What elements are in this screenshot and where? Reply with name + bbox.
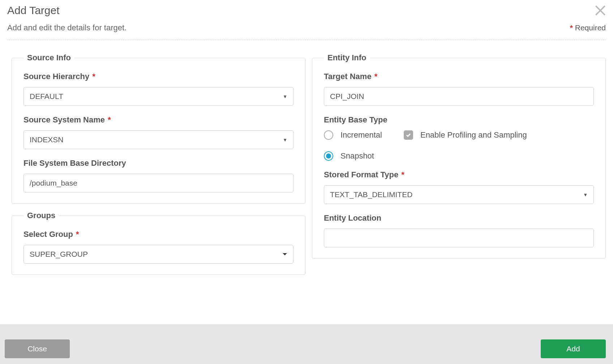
enable-profiling-label: Enable Profiling and Sampling (420, 130, 527, 140)
select-group-label: Select Group * (23, 230, 293, 239)
entity-info-fieldset: Entity Info Target Name * Entity Base Ty… (312, 53, 606, 259)
groups-fieldset: Groups Select Group * SUPER_GROUP (12, 211, 305, 275)
select-group-value: SUPER_GROUP (30, 250, 88, 259)
enable-profiling-checkbox[interactable]: Enable Profiling and Sampling (404, 130, 527, 140)
required-legend: * Required (569, 23, 606, 32)
add-button[interactable]: Add (541, 339, 606, 358)
select-group-field: Select Group * SUPER_GROUP (23, 230, 293, 264)
required-asterisk: * (401, 170, 404, 179)
close-button[interactable]: Close (5, 339, 70, 358)
select-group-select[interactable]: SUPER_GROUP (23, 245, 293, 264)
target-name-input[interactable] (324, 87, 594, 106)
chevron-down-icon: ▼ (283, 94, 287, 99)
chevron-down-icon: ▼ (283, 137, 287, 143)
base-directory-input[interactable] (23, 174, 293, 192)
required-asterisk: * (76, 230, 79, 239)
dialog-body: Source Info Source Hierarchy * DEFAULT ▼… (0, 40, 613, 275)
right-column: Entity Info Target Name * Entity Base Ty… (312, 53, 606, 275)
required-asterisk: * (108, 115, 111, 124)
source-hierarchy-select[interactable]: DEFAULT ▼ (23, 87, 293, 106)
entity-base-type-field: Entity Base Type Incremental Snapshot (324, 115, 594, 161)
incremental-radio-label: Incremental (340, 130, 382, 140)
source-system-label: Source System Name * (23, 115, 293, 125)
required-asterisk: * (374, 72, 378, 81)
target-name-field: Target Name * (324, 72, 594, 106)
radio-checked-icon (324, 151, 333, 161)
base-directory-label: File System Base Directory (23, 159, 293, 168)
dialog-footer: Close Add (0, 324, 613, 364)
groups-legend: Groups (23, 211, 59, 220)
base-type-row: Incremental Snapshot Enable Profili (324, 130, 594, 161)
source-hierarchy-value: DEFAULT (30, 92, 63, 101)
stored-format-field: Stored Format Type * TEXT_TAB_DELIMITED … (324, 170, 594, 204)
entity-location-field: Entity Location (324, 213, 594, 247)
source-hierarchy-label: Source Hierarchy * (23, 72, 293, 81)
source-system-field: Source System Name * INDEXSN ▼ (23, 115, 293, 149)
entity-info-legend: Entity Info (324, 53, 370, 62)
base-type-radios: Incremental Snapshot (324, 130, 382, 161)
snapshot-radio[interactable]: Snapshot (324, 151, 382, 161)
stored-format-label: Stored Format Type * (324, 170, 594, 179)
source-info-legend: Source Info (23, 53, 74, 62)
add-target-dialog: Add Target Add and edit the details for … (0, 0, 613, 364)
stored-format-select[interactable]: TEXT_TAB_DELIMITED ▼ (324, 185, 594, 204)
dialog-title: Add Target (7, 4, 606, 17)
chevron-down-icon: ▼ (583, 192, 588, 198)
snapshot-radio-label: Snapshot (340, 151, 374, 161)
source-info-fieldset: Source Info Source Hierarchy * DEFAULT ▼… (12, 53, 305, 204)
target-name-label: Target Name * (324, 72, 594, 81)
base-directory-field: File System Base Directory (23, 159, 293, 192)
required-asterisk: * (92, 72, 95, 81)
radio-unchecked-icon (324, 130, 333, 140)
source-system-value: INDEXSN (30, 135, 63, 144)
checkbox-checked-icon (404, 130, 413, 140)
dialog-subtitle: Add and edit the details for target. (7, 23, 127, 32)
source-system-select[interactable]: INDEXSN ▼ (23, 130, 293, 149)
subtitle-row: Add and edit the details for target. * R… (7, 23, 606, 40)
entity-location-input[interactable] (324, 229, 594, 247)
chevron-down-icon (282, 252, 287, 257)
entity-location-label: Entity Location (324, 213, 594, 223)
source-hierarchy-field: Source Hierarchy * DEFAULT ▼ (23, 72, 293, 106)
left-column: Source Info Source Hierarchy * DEFAULT ▼… (12, 53, 305, 275)
required-label-text: Required (575, 23, 606, 32)
close-icon[interactable] (593, 4, 607, 19)
incremental-radio[interactable]: Incremental (324, 130, 382, 140)
dialog-header: Add Target Add and edit the details for … (0, 0, 613, 40)
entity-base-type-label: Entity Base Type (324, 115, 594, 125)
stored-format-value: TEXT_TAB_DELIMITED (330, 190, 412, 199)
